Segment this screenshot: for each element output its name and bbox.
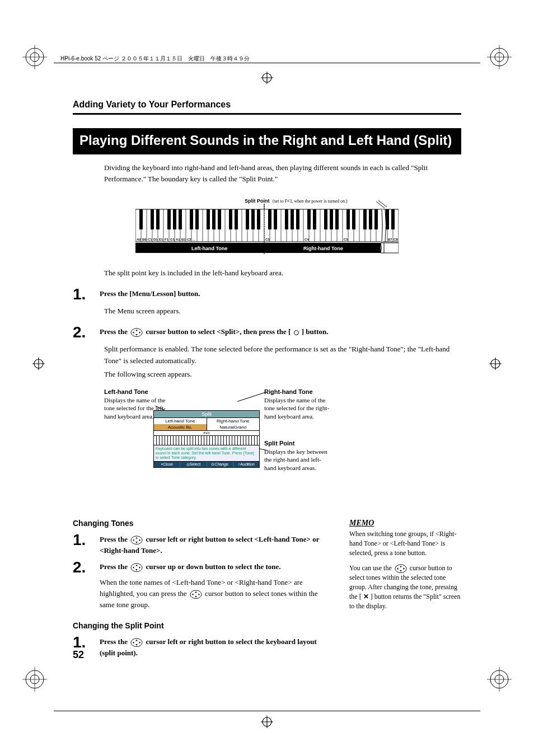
svg-rect-93: [374, 209, 378, 229]
svg-rect-77: [251, 209, 255, 229]
svg-text:E1: E1: [159, 238, 163, 241]
ct-step-1: 1. Press the cursor left or right button…: [73, 532, 334, 556]
svg-rect-87: [330, 209, 333, 229]
header-rule: [54, 63, 480, 63]
callout-right-tone: Right-hand Tone Displays the name of the…: [264, 388, 331, 421]
cursor-icon: [130, 638, 143, 647]
circle-button-icon: [294, 330, 299, 335]
lcd-right-tone: NaturalGrand: [207, 424, 260, 430]
svg-text:A0: A0: [137, 238, 141, 241]
svg-rect-84: [307, 209, 311, 229]
svg-rect-91: [363, 209, 367, 229]
step-2-after-a: Split performance is enabled. The tone s…: [104, 344, 461, 366]
svg-text:D1: D1: [153, 238, 158, 241]
svg-text:(set to F♯3, when the power is: (set to F♯3, when the power is turned on…: [273, 199, 348, 204]
registration-mark-bl: [22, 667, 47, 692]
svg-rect-75: [235, 209, 238, 229]
lcd-bottom-bar: ×Close ◎Select ⊙Change ○Audition: [154, 462, 259, 467]
lcd-col-right-hdr: Right-hand Tone: [207, 418, 260, 424]
svg-rect-64: [151, 209, 154, 229]
step-1-bold: Press the [Menu/Lesson] button.: [100, 289, 200, 298]
svg-text:B7: B7: [388, 238, 392, 241]
svg-text:C1: C1: [148, 238, 152, 241]
crop-mark-bottom: [261, 716, 273, 728]
lcd-screenshot: Split Left-hand Tone Right-hand Tone Aco…: [153, 410, 260, 468]
cursor-icon: [395, 564, 407, 573]
page-number: 52: [73, 649, 84, 661]
crop-mark-top: [261, 72, 273, 84]
step-2: 2. Press the cursor button to select <Sp…: [73, 325, 461, 340]
lcd-mini-keys: [154, 435, 259, 445]
callout-split-point: Split Point Displays the key between the…: [264, 439, 331, 472]
svg-text:Right-hand Tone: Right-hand Tone: [303, 246, 343, 251]
lcd-close: ×Close: [154, 462, 180, 467]
intro-paragraph: Dividing the keyboard into right-hand an…: [104, 162, 461, 185]
svg-rect-66: [167, 209, 171, 229]
lcd-left-tone: Acoustic Bs.: [154, 424, 207, 430]
svg-rect-88: [335, 209, 339, 229]
svg-text:F1: F1: [165, 238, 169, 241]
step-2-after-b: The following screen appears.: [104, 369, 461, 380]
svg-rect-86: [324, 209, 327, 229]
lcd-change: ⊙Change: [207, 462, 233, 467]
svg-rect-65: [156, 209, 160, 229]
crop-mark-left: [32, 358, 45, 370]
svg-rect-72: [212, 209, 216, 229]
cursor-icon: [130, 328, 143, 337]
svg-line-14: [376, 201, 385, 208]
svg-rect-67: [173, 209, 176, 229]
section-header: Adding Variety to Your Performances: [73, 100, 461, 110]
svg-text:C2: C2: [187, 238, 191, 241]
svg-text:B0: B0: [142, 238, 147, 241]
svg-rect-92: [369, 209, 372, 229]
cursor-icon: [130, 563, 143, 572]
svg-rect-85: [313, 209, 316, 229]
svg-rect-81: [285, 209, 288, 229]
svg-rect-80: [274, 209, 277, 229]
svg-rect-113: [135, 243, 381, 253]
x-button-icon: ✕: [363, 592, 369, 602]
svg-rect-95: [391, 209, 395, 229]
svg-rect-76: [246, 209, 249, 229]
svg-text:G1: G1: [170, 238, 175, 241]
registration-mark-br: [487, 667, 512, 692]
memo-p1: When switching tone groups, if <Right-ha…: [349, 529, 461, 557]
leader-line: [237, 392, 266, 402]
memo-label: MEMO: [349, 518, 461, 529]
step-number: 2.: [73, 560, 100, 575]
svg-text:...: ...: [193, 238, 195, 241]
svg-rect-89: [346, 209, 350, 229]
step-number: 2.: [73, 325, 100, 340]
step-1-after: The Menu screen appears.: [104, 306, 461, 317]
svg-rect-71: [207, 209, 210, 229]
cursor-icon: [130, 536, 143, 544]
step-2-bold-a: Press the: [100, 327, 129, 336]
header-note: HPi-6-e.book 52 ページ ２００５年１１月１５日 火曜日 午後３時…: [60, 55, 250, 63]
svg-rect-69: [190, 209, 193, 229]
lcd-col-left-hdr: Left-hand Tone: [154, 418, 207, 424]
svg-rect-79: [268, 209, 271, 229]
ct-step-2: 2. Press the cursor up or down button to…: [73, 560, 334, 611]
svg-text:A1: A1: [176, 238, 180, 241]
split-screen-figure: Left-hand Tone Displays the name of the …: [104, 388, 461, 500]
lcd-audition: ○Audition: [233, 462, 259, 467]
lcd-title: Split: [154, 411, 259, 418]
svg-text:C4: C4: [305, 238, 309, 241]
svg-line-15: [378, 200, 387, 207]
svg-rect-74: [229, 209, 232, 229]
step-number: 1.: [73, 532, 100, 548]
svg-rect-70: [195, 209, 199, 229]
crop-mark-right: [489, 358, 502, 370]
step-1: 1. Press the [Menu/Lesson] button.: [73, 287, 461, 302]
registration-mark-tr: [487, 45, 512, 69]
step-2-bold-c: ] button.: [300, 327, 329, 336]
split-point-label: Split Point: [245, 198, 270, 204]
step-number: 1.: [73, 635, 100, 650]
svg-text:B1: B1: [181, 238, 186, 241]
page-title: Playing Different Sounds in the Right an…: [73, 128, 461, 154]
svg-rect-68: [179, 209, 182, 229]
svg-rect-90: [352, 209, 355, 229]
memo-p2: You can use the cursor button to select …: [349, 564, 461, 611]
svg-rect-73: [218, 209, 221, 229]
step-2-bold-b: cursor button to select <Split>, then pr…: [144, 327, 292, 336]
